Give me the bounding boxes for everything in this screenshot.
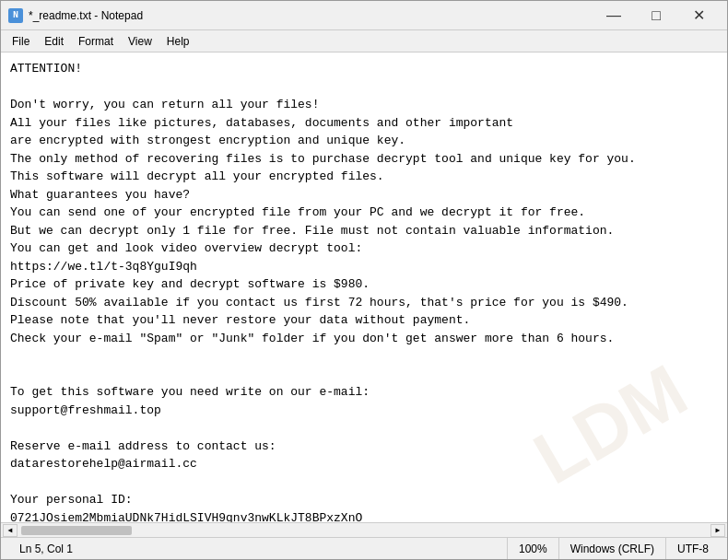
menu-help[interactable]: Help [159,33,197,50]
editor-content: ATTENTION! Don't worry, you can return a… [10,60,718,522]
app-icon: N [8,8,23,23]
status-position-section: Ln 5, Col 1 [8,538,508,559]
scroll-right-arrow[interactable]: ▶ [710,524,725,537]
editor-area[interactable]: ATTENTION! Don't worry, you can return a… [1,52,727,522]
encoding: UTF-8 [677,542,709,555]
scroll-left-arrow[interactable]: ◀ [3,524,18,537]
window-title: *_readme.txt - Notepad [29,9,593,22]
menu-view[interactable]: View [121,33,159,50]
status-line-endings-section: Windows (CRLF) [559,538,666,559]
notepad-window: N *_readme.txt - Notepad — □ ✕ File Edit… [0,0,728,560]
cursor-position: Ln 5, Col 1 [19,542,73,555]
minimize-button[interactable]: — [593,1,635,30]
menu-format[interactable]: Format [71,33,121,50]
menu-file[interactable]: File [5,33,37,50]
status-encoding-section: UTF-8 [666,538,720,559]
title-bar: N *_readme.txt - Notepad — □ ✕ [1,1,727,30]
window-controls: — □ ✕ [593,1,720,30]
horizontal-scrollbar[interactable]: ◀ ▶ [1,522,727,537]
menu-edit[interactable]: Edit [37,33,71,50]
close-button[interactable]: ✕ [677,1,720,30]
maximize-button[interactable]: □ [635,1,677,30]
status-zoom-section: 100% [508,538,559,559]
menu-bar: File Edit Format View Help [1,30,727,52]
line-endings: Windows (CRLF) [570,542,654,555]
scroll-thumb[interactable] [21,526,132,535]
status-bar: Ln 5, Col 1 100% Windows (CRLF) UTF-8 [1,537,727,559]
zoom-level: 100% [519,542,547,555]
